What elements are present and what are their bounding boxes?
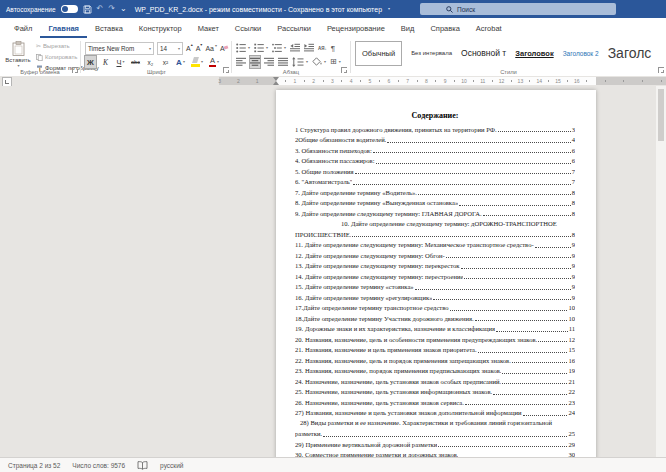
toc-leader [446,257,571,258]
toc-leader [438,446,567,447]
style-chip-h1[interactable]: Заголовок [515,49,553,58]
document-title[interactable]: WP_PDD_KR_2.docx - режим совместимости -… [135,6,382,13]
tab-Acrobat[interactable]: Acrobat [468,18,510,38]
borders-button[interactable]: ⊞ [330,56,341,68]
tab-Справка[interactable]: Справка [422,18,467,38]
sort-button[interactable]: АЯ↓ [318,42,327,54]
font-dialog-launcher-icon[interactable] [223,67,229,73]
font-color-button[interactable]: А [208,56,220,68]
tab-Рецензирование[interactable]: Рецензирование [319,18,393,38]
paragraph-dialog-launcher-icon[interactable] [341,67,347,73]
toc-leader [433,299,570,300]
text-effects-dropdown-icon [183,60,185,64]
language-indicator[interactable]: русский [160,462,183,469]
bullet-list-button[interactable] [236,42,250,54]
increase-indent-icon [304,43,314,53]
multilevel-list-button[interactable] [272,42,286,54]
decrease-indent-button[interactable] [290,42,300,54]
grow-font-button[interactable]: А▴ [186,44,193,53]
undo-icon[interactable]: ↶ [97,5,104,13]
tab-Вид[interactable]: Вид [393,18,423,38]
ruler-number: 7 [406,77,409,85]
ruler-number: 10 [461,77,467,85]
bold-button[interactable]: Ж [85,56,96,68]
toc-entry: 18.Дайте определение термину Участник до… [295,313,575,324]
underline-label: Ч [116,58,121,67]
style-chip-normal[interactable]: Обычный [355,41,402,66]
strikethrough-button[interactable]: abc [130,56,141,68]
copy-label: Копировать [45,54,77,60]
toc-entry: 4. Обязанности пассажиров:6 [295,156,575,167]
proofing-icon[interactable] [137,461,148,470]
styles-dialog-launcher-icon[interactable] [658,67,664,73]
page-indicator[interactable]: Страница 2 из 52 [8,462,60,469]
align-left-button[interactable] [236,56,246,68]
ruler-number: 1 [293,77,296,85]
font-size-select[interactable]: 14 [157,42,183,55]
ruler-number: 4 [350,77,353,85]
align-center-button[interactable] [250,56,260,68]
hanging-indent-marker[interactable] [273,81,279,85]
tab-Файл[interactable]: Файл [6,18,40,38]
toc-leader [502,383,567,384]
toc-leader [475,320,568,321]
toc-leader [387,142,570,143]
text-effects-button[interactable]: А [175,56,186,68]
shrink-font-button[interactable]: А▾ [196,44,203,53]
ruler-number: 13 [518,77,524,85]
increase-indent-button[interactable] [304,42,314,54]
styles-group: ОбычныйБез интервалаОсновной тЗаголовокЗ… [351,38,666,76]
style-chip-h2[interactable]: Заголовок 2 [563,50,599,57]
tab-Главная[interactable]: Главная [40,18,87,38]
tab-Ссылки[interactable]: Ссылки [227,18,269,38]
ruler-number: 2 [312,77,315,85]
toc-page-number: 15 [568,346,575,353]
toc-leader [323,436,567,437]
style-chip-body[interactable]: Основной т [461,48,506,58]
numbered-list-button[interactable] [254,42,268,54]
pilcrow-button[interactable]: ¶ [331,42,335,54]
autosave-toggle[interactable] [61,5,78,13]
toc-page-number: 9 [572,273,575,280]
tab-Рассылки[interactable]: Рассылки [269,18,319,38]
toc-page-number: 7 [572,178,575,185]
search-box[interactable]: Поиск [420,3,616,15]
style-chip-title[interactable]: Заголс [608,45,652,61]
toc-page-number: 6 [572,147,575,154]
paste-button[interactable]: Вставить [3,41,33,68]
superscript-button[interactable]: x² [160,56,171,68]
toc-page-number: 9 [572,252,575,259]
italic-button[interactable]: К [100,56,111,68]
word-count[interactable]: Число слов: 9576 [72,462,125,469]
toc-entry: 25. Назначение, назначение, цель установ… [295,387,575,398]
underline-button[interactable]: Ч [115,56,126,68]
subscript-button[interactable]: x₂ [145,56,156,68]
tab-Макет[interactable]: Макет [190,18,227,38]
clipboard-dialog-launcher-icon[interactable] [72,67,78,73]
change-case-button[interactable]: Аа [205,44,217,53]
qat-customize-icon[interactable]: ⌄ [120,5,127,13]
tab-Конструктор[interactable]: Конструктор [131,18,190,38]
highlight-color-button[interactable] [190,56,204,68]
toc-list: 1 Структура правил дорожного движения, п… [295,124,575,458]
toc-leader [478,352,568,353]
toc-page-number: 11 [569,325,575,332]
tab-Вставка[interactable]: Вставка [87,18,131,38]
clear-formatting-button[interactable]: А [220,44,228,53]
toc-page-number: 9 [572,294,575,301]
line-spacing-button[interactable] [292,56,308,68]
vertical-scrollbar[interactable] [656,86,666,458]
save-icon[interactable] [83,5,92,14]
styles-gallery: ОбычныйБез интервалаОсновной тЗаголовокЗ… [355,40,656,66]
ruler-number: 16 [574,77,580,85]
align-right-button[interactable] [264,56,274,68]
style-chip-nospace[interactable]: Без интервала [411,50,452,56]
justify-button[interactable] [278,56,288,68]
shading-button[interactable] [312,56,326,68]
font-name-select[interactable]: Times New Rom [85,42,154,55]
toc-page-number: 4 [572,136,575,143]
toc-leader [415,289,571,290]
scrollbar-thumb[interactable] [658,89,664,141]
redo-icon[interactable]: ↷ [108,5,115,13]
toc-page-number: 8 [572,199,575,206]
